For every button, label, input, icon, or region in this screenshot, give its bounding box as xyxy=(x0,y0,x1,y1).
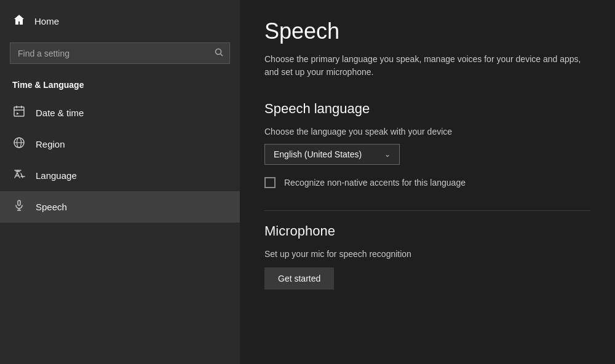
svg-point-0 xyxy=(216,49,221,55)
language-icon xyxy=(12,168,26,183)
accent-checkbox-row: Recognize non-native accents for this la… xyxy=(264,177,590,188)
speech-language-section: Speech language Choose the language you … xyxy=(264,101,590,188)
speech-label: Speech xyxy=(36,202,67,212)
main-content: Speech Choose the primary language you s… xyxy=(240,0,615,364)
date-time-icon: ▶ xyxy=(12,105,26,121)
sidebar-item-speech[interactable]: Speech xyxy=(0,191,240,223)
get-started-button[interactable]: Get started xyxy=(264,267,334,290)
svg-text:▶: ▶ xyxy=(17,111,19,115)
sidebar-item-date-time[interactable]: ▶ Date & time xyxy=(0,97,240,129)
sidebar-section-title: Time & Language xyxy=(0,74,240,97)
accent-checkbox-label: Recognize non-native accents for this la… xyxy=(284,178,466,188)
dropdown-chevron-icon: ⌄ xyxy=(384,150,391,159)
region-icon xyxy=(12,136,26,152)
page-description: Choose the primary language you speak, m… xyxy=(264,53,590,79)
page-title: Speech xyxy=(264,18,590,44)
mic-description: Set up your mic for speech recognition xyxy=(264,249,590,259)
search-input[interactable] xyxy=(10,44,208,63)
speech-icon xyxy=(12,199,26,215)
language-dropdown[interactable]: English (United States) ⌄ xyxy=(264,144,400,165)
date-time-label: Date & time xyxy=(36,108,84,118)
svg-rect-2 xyxy=(14,107,24,116)
accent-checkbox[interactable] xyxy=(264,177,276,188)
microphone-heading: Microphone xyxy=(264,223,590,239)
svg-rect-10 xyxy=(18,200,20,205)
region-label: Region xyxy=(36,139,65,149)
sidebar: Home Time & Language ▶ Date & t xyxy=(0,0,240,364)
svg-line-1 xyxy=(221,54,223,57)
search-button[interactable] xyxy=(208,43,229,63)
search-box xyxy=(10,42,230,64)
microphone-section: Microphone Set up your mic for speech re… xyxy=(264,223,590,290)
search-container xyxy=(0,36,240,74)
sidebar-item-region[interactable]: Region xyxy=(0,129,240,160)
language-dropdown-value: English (United States) xyxy=(274,149,362,159)
language-sub-label: Choose the language you speak with your … xyxy=(264,127,590,136)
sidebar-item-language[interactable]: Language xyxy=(0,160,240,191)
home-label: Home xyxy=(34,16,59,26)
section-divider xyxy=(264,210,590,211)
home-icon xyxy=(12,14,26,29)
language-label: Language xyxy=(36,170,77,181)
speech-language-heading: Speech language xyxy=(264,101,590,117)
sidebar-item-home[interactable]: Home xyxy=(0,6,240,36)
